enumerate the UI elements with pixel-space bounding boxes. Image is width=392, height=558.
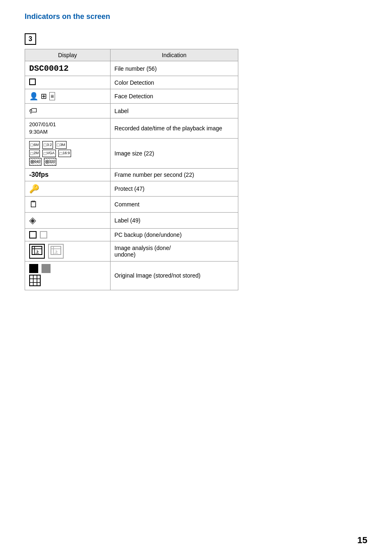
pc-backup-undone-icon <box>40 231 47 238</box>
display-cell-label49: ◈ <box>25 212 111 228</box>
display-cell-original <box>25 261 111 290</box>
size-320: ⊞320 <box>44 158 56 166</box>
display-cell-protect: 🔑 <box>25 181 111 196</box>
indication-cell-imagesize: Image size (22) <box>110 139 238 169</box>
section-number: 3 <box>25 33 36 45</box>
display-cell-dsc: DSC00012 <box>25 61 111 76</box>
display-cell-label: 🏷 <box>25 104 111 118</box>
indication-text: Frame number per second (22) <box>115 171 194 178</box>
table-row: 上 上 Image <box>25 241 238 261</box>
size-row-1: □6M □3:2 □3M <box>29 141 106 149</box>
original-stored-icon <box>29 264 38 273</box>
indication-text: Label <box>115 108 129 114</box>
svg-text:上: 上 <box>54 250 58 254</box>
indication-text: Image size (22) <box>115 150 154 157</box>
time-line: 9:30AM <box>29 128 106 136</box>
size-vga: □VGA <box>42 150 56 157</box>
original-image-icons <box>29 264 106 287</box>
table-header-indication: Indication <box>110 49 238 61</box>
size-3-2: □3:2 <box>42 141 53 149</box>
table-row: Original Image (stored/not stored) <box>25 261 238 290</box>
size-16-9: □16:9 <box>58 150 71 157</box>
display-cell-datetime: 2007/01/01 9:30AM <box>25 118 111 139</box>
original-notstored-icon <box>42 264 51 273</box>
indication-text: Comment <box>115 201 140 208</box>
page-container: Indicators on the screen 3 Display Indic… <box>0 0 392 315</box>
diamond-icon: ◈ <box>29 215 36 225</box>
indication-cell-label: Label <box>110 104 238 118</box>
image-size-icons: □6M □3:2 □3M □2M □VGA □16:9 ⊞640 ⊞320 <box>29 141 106 166</box>
svg-text:上: 上 <box>35 250 39 254</box>
indication-cell-comment: Comment <box>110 196 238 212</box>
indication-cell-pcbackup: PC backup (done/undone) <box>110 228 238 241</box>
key-icon: 🔑 <box>29 184 39 193</box>
indication-cell-analysis: Image analysis (done/undone) <box>110 241 238 261</box>
table-row: -30fps Frame number per second (22) <box>25 168 238 181</box>
indication-text: Original Image (stored/not stored) <box>115 272 201 279</box>
indication-text: Recorded date/time of the playback image <box>115 125 222 132</box>
indication-text: Color Detection <box>115 79 154 86</box>
display-cell-face: 👤 ⊞ ≡ <box>25 89 111 104</box>
size-3m: □3M <box>55 141 66 149</box>
original-grid-icon <box>29 275 41 286</box>
grid-icon: ⊞ <box>41 92 47 101</box>
table-row: 🔑 Protect (47) <box>25 181 238 196</box>
indication-cell-face: Face Detection <box>110 89 238 104</box>
indication-cell-fps: Frame number per second (22) <box>110 168 238 181</box>
fps-display: -30fps <box>29 171 48 178</box>
display-cell-pcbackup <box>25 228 111 241</box>
pc-backup-icons <box>29 231 106 238</box>
indication-cell-datetime: Recorded date/time of the playback image <box>110 118 238 139</box>
label-tag-icon: 🏷 <box>29 106 37 116</box>
indication-text: Face Detection <box>115 93 153 100</box>
indication-text: Protect (47) <box>115 185 145 192</box>
comment-icon: 🗒 <box>29 199 38 209</box>
size-row-3: ⊞640 ⊞320 <box>29 158 106 166</box>
analysis-done-icon: 上 <box>29 244 45 259</box>
date-line: 2007/01/01 <box>29 121 106 128</box>
orig-row-stored <box>29 264 51 273</box>
indication-cell-color: Color Detection <box>110 76 238 89</box>
indication-cell-original: Original Image (stored/not stored) <box>110 261 238 290</box>
face-icons: 👤 ⊞ ≡ <box>29 92 106 101</box>
page-number: 15 <box>357 535 367 546</box>
indication-cell-dsc: File number (56) <box>110 61 238 76</box>
table-row: 👤 ⊞ ≡ Face Detection <box>25 89 238 104</box>
table-row: DSC00012 File number (56) <box>25 61 238 76</box>
table-row: 🗒 Comment <box>25 196 238 212</box>
table-row: 2007/01/01 9:30AM Recorded date/time of … <box>25 118 238 139</box>
indication-text: Image analysis (done/undone) <box>115 245 171 258</box>
size-640: ⊞640 <box>29 158 42 166</box>
orig-row-grid <box>29 275 41 287</box>
indication-text: File number (56) <box>115 65 157 72</box>
table-row: □6M □3:2 □3M □2M □VGA □16:9 ⊞640 ⊞320 <box>25 139 238 169</box>
indicator-table: Display Indication DSC00012 File number … <box>25 49 238 290</box>
menu-icon: ≡ <box>49 92 55 100</box>
analysis-undone-icon: 上 <box>48 244 64 259</box>
table-row: Color Detection <box>25 76 238 89</box>
datetime-display: 2007/01/01 9:30AM <box>29 121 106 136</box>
size-6m: □6M <box>29 141 40 149</box>
display-cell-color <box>25 76 111 89</box>
dsc-number: DSC00012 <box>29 64 69 73</box>
indication-cell-protect: Protect (47) <box>110 181 238 196</box>
display-cell-imagesize: □6M □3:2 □3M □2M □VGA □16:9 ⊞640 ⊞320 <box>25 139 111 169</box>
display-cell-analysis: 上 上 <box>25 241 111 261</box>
table-row: ◈ Label (49) <box>25 212 238 228</box>
display-cell-fps: -30fps <box>25 168 111 181</box>
size-2m: □2M <box>29 150 40 157</box>
color-detect-box-icon <box>29 79 36 85</box>
page-title: Indicators on the screen <box>25 12 367 21</box>
image-analysis-icons: 上 上 <box>29 244 106 259</box>
display-cell-comment: 🗒 <box>25 196 111 212</box>
table-row: PC backup (done/undone) <box>25 228 238 241</box>
pc-backup-done-icon <box>29 231 37 238</box>
size-row-2: □2M □VGA □16:9 <box>29 150 106 157</box>
table-row: 🏷 Label <box>25 104 238 118</box>
svg-rect-8 <box>30 275 40 286</box>
indication-cell-label49: Label (49) <box>110 212 238 228</box>
table-header-display: Display <box>25 49 111 61</box>
person-icon: 👤 <box>29 92 38 101</box>
indication-text: PC backup (done/undone) <box>115 232 182 238</box>
indication-text: Label (49) <box>115 217 141 224</box>
